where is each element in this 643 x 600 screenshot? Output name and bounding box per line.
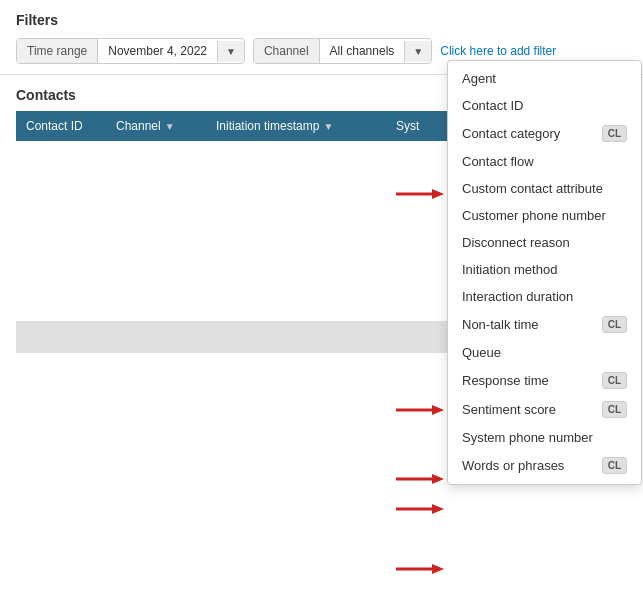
- dropdown-item-custom-contact-attribute[interactable]: Custom contact attribute: [448, 175, 641, 202]
- dropdown-item-contact-id[interactable]: Contact ID: [448, 92, 641, 119]
- dropdown-item-label: Customer phone number: [462, 208, 606, 223]
- arrow-contact-category: [396, 185, 444, 203]
- channel-filter[interactable]: Channel All channels ▼: [253, 38, 432, 64]
- dropdown-item-words-or-phrases[interactable]: Words or phrasesCL: [448, 451, 641, 480]
- dropdown-item-label: System phone number: [462, 430, 593, 445]
- dropdown-item-non-talk-time[interactable]: Non-talk timeCL: [448, 310, 641, 339]
- channel-label: Channel: [254, 39, 320, 63]
- dropdown-item-label: Agent: [462, 71, 496, 86]
- dropdown-item-label: Sentiment score: [462, 402, 556, 417]
- arrow-sentiment-score: [396, 500, 444, 518]
- svg-marker-9: [432, 564, 444, 574]
- dropdown-item-contact-flow[interactable]: Contact flow: [448, 148, 641, 175]
- dropdown-item-label: Contact flow: [462, 154, 534, 169]
- arrow-response-time: [396, 470, 444, 488]
- dropdown-item-interaction-duration[interactable]: Interaction duration: [448, 283, 641, 310]
- dropdown-item-label: Interaction duration: [462, 289, 573, 304]
- time-range-arrow[interactable]: ▼: [217, 41, 244, 62]
- dropdown-item-label: Queue: [462, 345, 501, 360]
- dropdown-item-sentiment-score[interactable]: Sentiment scoreCL: [448, 395, 641, 424]
- channel-sort-icon: ▼: [165, 121, 175, 132]
- dropdown-item-queue[interactable]: Queue: [448, 339, 641, 366]
- dropdown-item-label: Initiation method: [462, 262, 557, 277]
- cl-badge: CL: [602, 316, 627, 333]
- dropdown-item-contact-category[interactable]: Contact categoryCL: [448, 119, 641, 148]
- channel-arrow[interactable]: ▼: [404, 41, 431, 62]
- arrow-words-or-phrases: [396, 560, 444, 578]
- svg-marker-1: [432, 189, 444, 199]
- time-range-filter[interactable]: Time range November 4, 2022 ▼: [16, 38, 245, 64]
- main-container: Filters Time range November 4, 2022 ▼ Ch…: [0, 0, 643, 600]
- dropdown-item-label: Custom contact attribute: [462, 181, 603, 196]
- dropdown-item-initiation-method[interactable]: Initiation method: [448, 256, 641, 283]
- channel-value: All channels: [320, 39, 405, 63]
- cl-badge: CL: [602, 401, 627, 418]
- dropdown-item-agent[interactable]: Agent: [448, 65, 641, 92]
- cl-badge: CL: [602, 125, 627, 142]
- dropdown-item-label: Contact category: [462, 126, 560, 141]
- filters-title: Filters: [16, 12, 627, 28]
- dropdown-item-response-time[interactable]: Response timeCL: [448, 366, 641, 395]
- arrow-non-talk-time: [396, 401, 444, 419]
- dropdown-item-label: Contact ID: [462, 98, 523, 113]
- dropdown-item-disconnect-reason[interactable]: Disconnect reason: [448, 229, 641, 256]
- time-range-label: Time range: [17, 39, 98, 63]
- time-range-value: November 4, 2022: [98, 39, 217, 63]
- dropdown-item-customer-phone-number[interactable]: Customer phone number: [448, 202, 641, 229]
- th-contact-id[interactable]: Contact ID: [16, 111, 106, 141]
- initiation-sort-icon: ▼: [323, 121, 333, 132]
- cl-badge: CL: [602, 372, 627, 389]
- th-initiation[interactable]: Initiation timestamp ▼: [206, 111, 386, 141]
- svg-marker-5: [432, 474, 444, 484]
- dropdown-item-system-phone-number[interactable]: System phone number: [448, 424, 641, 451]
- filter-dropdown: AgentContact IDContact categoryCLContact…: [447, 60, 642, 485]
- svg-marker-7: [432, 504, 444, 514]
- dropdown-item-label: Words or phrases: [462, 458, 564, 473]
- cl-badge: CL: [602, 457, 627, 474]
- dropdown-item-label: Non-talk time: [462, 317, 539, 332]
- svg-marker-3: [432, 405, 444, 415]
- dropdown-item-label: Response time: [462, 373, 549, 388]
- th-channel[interactable]: Channel ▼: [106, 111, 206, 141]
- dropdown-item-label: Disconnect reason: [462, 235, 570, 250]
